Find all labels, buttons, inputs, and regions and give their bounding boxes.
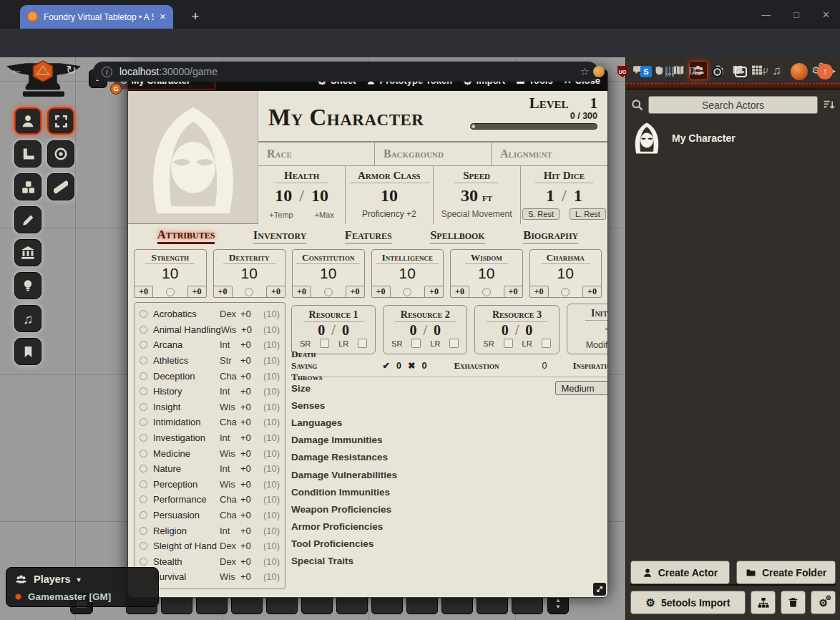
forward-button[interactable]: → [37,62,50,77]
ability-block[interactable]: Intelligence 10 +0 +0 [371,249,444,298]
tile-tools[interactable] [14,239,41,266]
skill-row[interactable]: History Int +0 (10) [140,384,280,399]
ability-modifier[interactable]: +0 [134,286,153,298]
window-close-button[interactable]: ✕ [822,9,830,20]
target-tool[interactable] [47,140,74,168]
ability-save[interactable]: +0 [346,286,365,298]
ability-block[interactable]: Charisma 10 +0 +0 [529,249,602,298]
skill-name[interactable]: History [153,386,220,397]
lr-checkbox[interactable] [358,339,367,348]
measure-tool[interactable] [14,140,41,168]
resource-max[interactable]: 0 [342,322,349,338]
character-sheet-window[interactable]: © My Character G ⚙Sheet Prototype Token … [127,69,608,598]
ability-block[interactable]: Dexterity 10 +0 +0 [213,249,286,298]
skill-row[interactable]: Nature Int +0 (10) [140,461,280,477]
skill-row[interactable]: Perception Wis +0 (10) [140,477,280,493]
skill-proficiency-radio[interactable] [140,450,147,457]
drawing-tools[interactable] [14,206,41,233]
ability-save[interactable]: +0 [424,286,444,298]
skill-proficiency-radio[interactable] [140,511,147,519]
skill-row[interactable]: Deception Cha +0 (10) [140,368,280,384]
reload-button[interactable]: ↻ [66,62,77,78]
actor-avatar[interactable] [630,122,663,155]
size-select[interactable]: Medium▼ [555,381,607,395]
death-success-icon[interactable]: ✔ [383,360,390,371]
sr-checkbox[interactable] [320,339,329,348]
actor-name[interactable]: My Character [672,132,736,144]
skill-proficiency-radio[interactable] [140,387,147,395]
save-proficiency-radio[interactable] [324,288,333,296]
skill-proficiency-radio[interactable] [140,403,147,411]
sr-checkbox[interactable] [411,339,421,348]
tab-close-icon[interactable]: ✕ [160,12,166,21]
window-maximize-button[interactable]: □ [793,9,799,20]
sr-checkbox[interactable] [504,339,513,348]
ability-score[interactable]: 10 [399,265,416,282]
ability-score[interactable]: 10 [557,265,574,282]
race-field[interactable]: Race [258,142,375,165]
resource-block[interactable]: Resource 1 0/0 SR LR [291,305,376,354]
sound-tools[interactable]: ♫ [14,305,41,332]
sort-icon[interactable] [823,99,835,111]
alignment-field[interactable]: Alignment [492,142,607,165]
skill-proficiency-radio[interactable] [140,527,147,535]
skill-name[interactable]: Persuasion [153,510,220,520]
skill-name[interactable]: Deception [153,371,220,382]
save-proficiency-radio[interactable] [245,288,253,296]
skill-row[interactable]: Sleight of Hand Dex +0 (10) [140,538,280,554]
skill-proficiency-radio[interactable] [140,480,147,488]
free-select-tool[interactable] [47,107,74,135]
resource-block[interactable]: Resource 2 0/0 SR LR [383,305,467,354]
skill-proficiency-radio[interactable] [140,465,147,473]
token-select-tool[interactable] [14,107,41,135]
ability-save[interactable]: +0 [266,286,285,298]
resource-max[interactable]: 0 [525,322,532,338]
ability-modifier[interactable]: +0 [371,286,391,298]
create-actor-button[interactable]: Create Actor [630,561,730,584]
new-tab-button[interactable]: + [186,7,205,26]
skill-row[interactable]: Animal Handling Wis +0 (10) [140,322,280,338]
skill-proficiency-radio[interactable] [140,418,147,426]
ability-modifier[interactable]: +0 [292,286,311,298]
ability-score[interactable]: 10 [162,265,178,282]
skill-name[interactable]: Arcana [153,339,220,350]
settings-button[interactable]: ⚙ [811,591,836,614]
browser-tab[interactable]: Foundry Virtual Tabletop • A Stan ✕ [20,5,173,29]
ability-save[interactable]: +0 [187,286,207,298]
skill-row[interactable]: Athletics Str +0 (10) [140,353,280,369]
skill-row[interactable]: Religion Int +0 (10) [140,523,280,538]
bookmark-star-icon[interactable]: ☆ [580,65,590,78]
ability-save[interactable]: +0 [504,286,523,298]
tab-biography[interactable]: Biography [523,228,578,244]
update-button[interactable]: ↑ [817,64,833,79]
record-extension-icon[interactable] [710,64,724,79]
folder-tree-button[interactable] [751,591,776,614]
save-proficiency-radio[interactable] [482,288,491,296]
death-success-count[interactable]: 0 [396,361,401,371]
resource-max[interactable]: 0 [434,322,441,338]
speed-stat[interactable]: Speed 30ft Special Movement [434,166,521,224]
skill-name[interactable]: Intimidation [153,417,220,427]
tab-inventory[interactable]: Inventory [253,228,306,244]
skill-proficiency-radio[interactable] [140,357,147,364]
skill-name[interactable]: Acrobatics [153,309,220,319]
tab-spellbook[interactable]: Spellbook [430,228,485,244]
skill-row[interactable]: Performance Cha +0 (10) [140,492,280,508]
resource-value[interactable]: 0 [410,322,417,338]
skill-row[interactable]: Survival Wis +0 (10) [140,569,280,585]
5etools-import-button[interactable]: ⚙ 5etools Import [630,591,746,614]
skill-proficiency-radio[interactable] [140,558,147,566]
tab-attributes[interactable]: Attributes [157,228,215,244]
skill-name[interactable]: Medicine [153,448,220,459]
ability-score[interactable]: 10 [478,265,494,282]
lr-checkbox[interactable] [449,339,459,348]
ability-block[interactable]: Constitution 10 +0 +0 [292,249,365,298]
exhaustion-value[interactable]: 0 [542,361,547,371]
initiative-block[interactable]: Initiative +0 Modifier+0 [567,304,607,354]
players-header[interactable]: Players ▾ [6,571,158,587]
window-resize-handle[interactable] [593,583,606,596]
ability-block[interactable]: Wisdom 10 +0 +0 [450,249,523,298]
skill-proficiency-radio[interactable] [140,310,147,318]
skill-name[interactable]: Sleight of Hand [153,541,220,551]
url-bar[interactable]: i localhost:30000/game ☆ [93,62,598,82]
